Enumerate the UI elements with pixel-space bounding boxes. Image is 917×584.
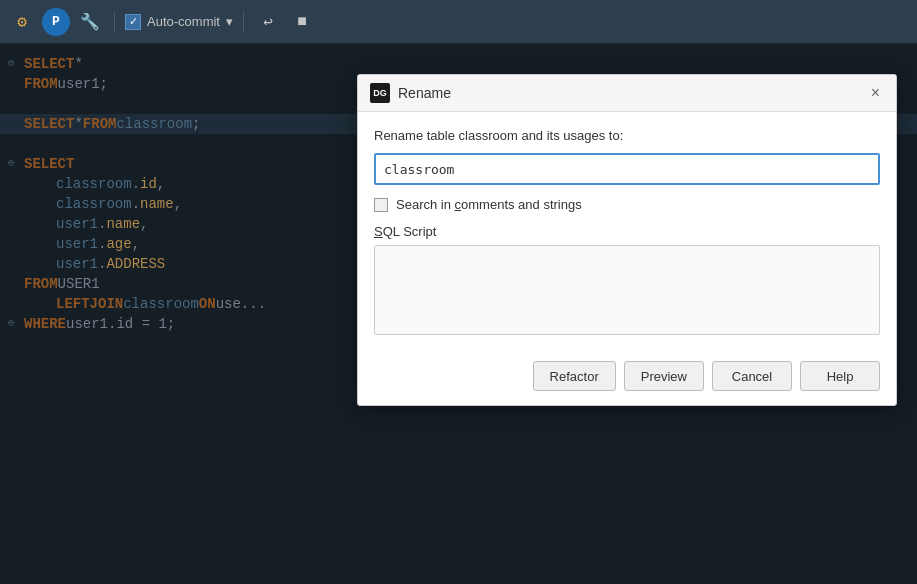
dialog-close-button[interactable]: ×: [867, 83, 884, 103]
stop-button[interactable]: ■: [288, 8, 316, 36]
dialog-subtitle: Rename table classroom and its usages to…: [374, 128, 880, 143]
dialog-title: Rename: [398, 85, 451, 101]
toolbar: ⚙ P 🔧 ✓ Auto-commit ▾ ↩ ■: [0, 0, 917, 44]
dialog-overlay: DG Rename × Rename table classroom and i…: [0, 44, 917, 584]
settings-icon[interactable]: ⚙: [8, 8, 36, 36]
dialog-header: DG Rename ×: [358, 75, 896, 112]
separator-1: [114, 12, 115, 32]
rename-dialog: DG Rename × Rename table classroom and i…: [357, 74, 897, 406]
help-button[interactable]: Help: [800, 361, 880, 391]
refactor-button[interactable]: Refactor: [533, 361, 616, 391]
autocommit-checkbox[interactable]: ✓: [125, 14, 141, 30]
code-editor[interactable]: ⊖ SELECT * FROM user1; SELECT * FROM cla…: [0, 44, 917, 584]
p-icon[interactable]: P: [42, 8, 70, 36]
dialog-title-area: DG Rename: [370, 83, 451, 103]
search-comments-label: Search in comments and strings: [396, 197, 582, 212]
sql-script-textarea[interactable]: [374, 245, 880, 335]
rename-input[interactable]: [374, 153, 880, 185]
autocommit-label: Auto-commit: [147, 14, 220, 29]
dg-logo: DG: [370, 83, 390, 103]
preview-button[interactable]: Preview: [624, 361, 704, 391]
undo-button[interactable]: ↩: [254, 8, 282, 36]
autocommit-dropdown-icon[interactable]: ▾: [226, 14, 233, 29]
cancel-button[interactable]: Cancel: [712, 361, 792, 391]
search-comments-checkbox[interactable]: [374, 198, 388, 212]
autocommit-area: ✓ Auto-commit ▾: [125, 14, 233, 30]
dialog-footer: Refactor Preview Cancel Help: [358, 351, 896, 405]
checkbox-row: Search in comments and strings: [374, 197, 880, 212]
dialog-body: Rename table classroom and its usages to…: [358, 112, 896, 351]
separator-2: [243, 12, 244, 32]
tools-icon[interactable]: 🔧: [76, 8, 104, 36]
sql-script-label: SQL Script: [374, 224, 880, 239]
